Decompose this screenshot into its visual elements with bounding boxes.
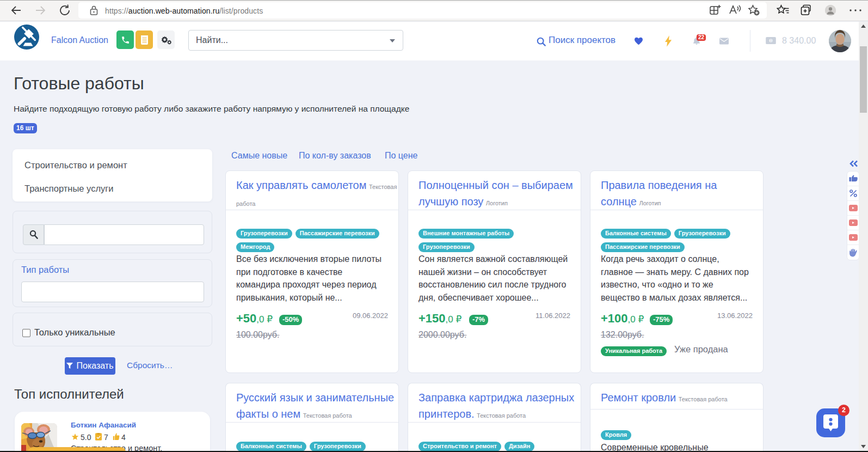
svg-text:0: 0: [770, 39, 772, 42]
